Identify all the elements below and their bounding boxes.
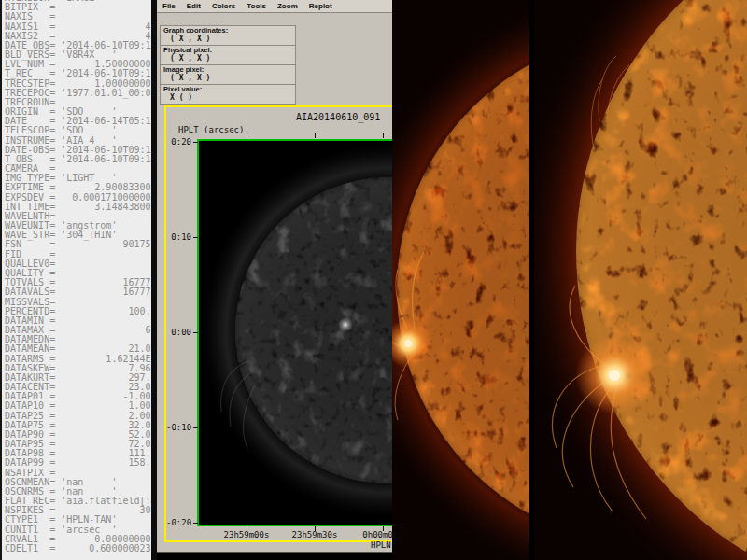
readout-value-image-pixel: ( X , X ) (163, 74, 292, 82)
menubar: FileEditColorsToolsZoomReplot (157, 0, 392, 13)
menu-item-edit[interactable]: Edit (187, 2, 201, 10)
fits-header-text: XTENSION= 'IMAGE ' BITPIX = NAXIS = NAXI… (5, 0, 151, 553)
x-tick-mark-bottom-1 (315, 526, 316, 531)
y-tick-mark-4 (193, 523, 198, 524)
readout-panel: Graph coordinates:( X , X )Physical pixe… (160, 26, 296, 105)
readout-label-graph-coordinates: Graph coordinates: (163, 27, 292, 35)
x-tick-label-2: 0h00m00s (362, 530, 392, 539)
y-tick-mark-2 (193, 332, 198, 333)
y-axis-label: HPLT (arcsec) (178, 125, 244, 134)
aia-sun-image-small (392, 0, 529, 560)
x-tick-mark-top-0 (247, 133, 247, 138)
plot-title: AIA20140610_091 (296, 112, 380, 122)
y-tick-mark-3 (193, 427, 198, 428)
readout-value-pixel-value: X ( ) (163, 93, 292, 102)
y-tick-label-4: -0:20 (166, 518, 191, 527)
readout-image-pixel: Image pixel:( X , X ) (160, 64, 296, 85)
x-axis-label: HPLN (arcsec) (371, 540, 392, 550)
plot-frame: AIA20140610_091 HPLT (arcsec) HPLN (arcs… (164, 105, 392, 542)
menu-item-tools[interactable]: Tools (247, 2, 266, 10)
readout-pixel-value: Pixel value:X ( ) (160, 84, 296, 105)
readout-value-physical-pixel: ( X , X ) (163, 54, 292, 63)
y-tick-label-0: 0:20 (166, 137, 191, 147)
grayscale-sun-image (199, 141, 392, 525)
y-tick-label-2: 0:00 (166, 328, 191, 337)
aia-sun-image-large (534, 0, 747, 560)
readout-value-graph-coordinates: ( X , X ) (163, 35, 292, 43)
menu-item-colors[interactable]: Colors (212, 2, 235, 10)
menu-item-file[interactable]: File (162, 2, 176, 10)
x-tick-mark-bottom-0 (247, 526, 247, 531)
menu-item-zoom[interactable]: Zoom (277, 2, 298, 10)
menu-item-replot[interactable]: Replot (309, 2, 332, 10)
y-tick-label-1: 0:10 (166, 232, 191, 242)
aia-image-column-small (392, 0, 529, 560)
x-tick-mark-bottom-2 (383, 526, 384, 531)
readout-label-image-pixel: Image pixel: (163, 66, 292, 74)
x-tick-mark-top-2 (383, 133, 384, 138)
aia-image-column-large (534, 0, 747, 560)
screen: XTENSION= 'IMAGE ' BITPIX = NAXIS = NAXI… (0, 0, 747, 560)
x-tick-mark-top-1 (315, 133, 316, 138)
y-tick-mark-1 (193, 237, 198, 238)
x-tick-label-0: 23h59m00s (224, 530, 270, 539)
readout-label-pixel-value: Pixel value: (163, 86, 292, 93)
readout-graph-coordinates: Graph coordinates:( X , X ) (160, 25, 296, 46)
viewer-window: FileEditColorsToolsZoomReplot Graph coor… (157, 0, 392, 553)
fits-header-panel[interactable]: XTENSION= 'IMAGE ' BITPIX = NAXIS = NAXI… (0, 0, 151, 560)
y-tick-mark-0 (193, 142, 198, 143)
readout-physical-pixel: Physical pixel:( X , X ) (160, 45, 296, 65)
readout-label-physical-pixel: Physical pixel: (163, 47, 292, 54)
x-tick-label-1: 23h59m30s (292, 530, 338, 539)
image-canvas[interactable] (197, 139, 392, 526)
y-tick-label-3: -0:10 (166, 423, 191, 432)
